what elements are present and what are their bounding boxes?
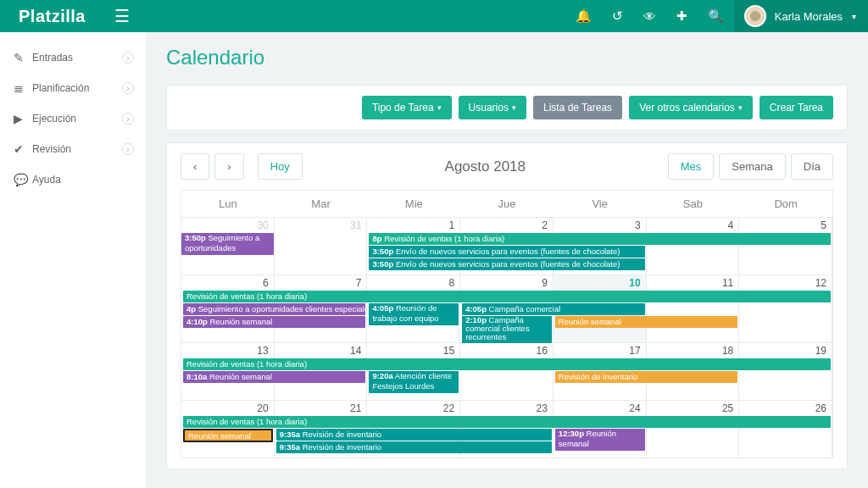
event-span[interactable]: 9:20a Atención cliente Festejos Lourdes bbox=[369, 371, 459, 393]
prev-button[interactable]: ‹ bbox=[181, 153, 209, 180]
day-cell[interactable]: 12 bbox=[739, 275, 832, 342]
day-cell[interactable]: 25 bbox=[647, 401, 740, 458]
user-menu[interactable]: Karla Morales ▾ bbox=[734, 0, 868, 32]
day-cell[interactable]: 11 bbox=[647, 275, 740, 342]
event-span[interactable]: 12:30p Reunión semanal bbox=[555, 429, 645, 451]
topbar: Platzilla ☰ 🔔 ↺ 👁 ✚ 🔍 Karla Morales ▾ bbox=[0, 0, 868, 32]
event-span[interactable]: 9:35a Revisión de inventario bbox=[276, 429, 552, 441]
view-day-button[interactable]: Día bbox=[791, 153, 833, 180]
plus-icon[interactable]: ✚ bbox=[676, 8, 687, 24]
menu-toggle-icon[interactable]: ☰ bbox=[104, 6, 140, 26]
chevron-down-icon: ▾ bbox=[852, 12, 856, 21]
sidebar-item-label: Entradas bbox=[32, 52, 73, 64]
event-span[interactable]: 3:50p Envío de nuevos servicios para eve… bbox=[369, 246, 644, 258]
search-icon[interactable]: 🔍 bbox=[708, 8, 724, 24]
day-cell[interactable]: 19 bbox=[739, 343, 832, 400]
toolbar-panel: Tipo de Tarea▾ Usuarios▾ Lista de Tareas… bbox=[166, 85, 848, 130]
sidebar-item-label: Ayuda bbox=[32, 174, 61, 186]
chat-icon: 💬 bbox=[14, 173, 32, 186]
topbar-actions: 🔔 ↺ 👁 ✚ 🔍 bbox=[576, 8, 734, 24]
brand-logo: Platzilla bbox=[0, 7, 104, 26]
dayheader: Mie bbox=[367, 190, 460, 217]
eye-icon[interactable]: 👁 bbox=[643, 9, 656, 24]
caret-down-icon: ▾ bbox=[437, 103, 442, 112]
event-span[interactable]: 9:35a Revisión de inventario bbox=[276, 441, 552, 453]
event[interactable]: 3:50p Seguimiento a oportunidades bbox=[181, 233, 274, 255]
tipo-tarea-button[interactable]: Tipo de Tarea▾ bbox=[362, 96, 452, 119]
day-cell[interactable]: 31 bbox=[275, 218, 368, 274]
list-icon: ≣ bbox=[14, 81, 32, 95]
calendar-header: ‹ › Hoy Agosto 2018 Mes Semana Día bbox=[181, 153, 833, 180]
bell-icon[interactable]: 🔔 bbox=[576, 8, 592, 24]
day-cell[interactable]: 16 bbox=[460, 343, 554, 400]
caret-down-icon: ▾ bbox=[512, 103, 516, 112]
chevron-right-icon: › bbox=[122, 143, 134, 155]
dayheader: Sab bbox=[647, 190, 740, 217]
event-span[interactable]: 2:10p Campaña comercial clientes recurre… bbox=[462, 316, 552, 343]
dayheader: Dom bbox=[739, 190, 832, 217]
event-span[interactable]: 8:10a Reunión semanal bbox=[183, 371, 365, 383]
week-row: 20 21 22 23 24 25 26 Revisión de ventas … bbox=[181, 400, 832, 458]
calendar-panel: ‹ › Hoy Agosto 2018 Mes Semana Día Lun M… bbox=[166, 142, 848, 469]
history-icon[interactable]: ↺ bbox=[612, 8, 623, 24]
day-cell[interactable]: 30 3:50p Seguimiento a oportunidades bbox=[181, 218, 275, 274]
chevron-right-icon: › bbox=[122, 52, 134, 64]
event-span[interactable]: 4:10p Reunión semanal bbox=[183, 316, 365, 328]
caret-down-icon: ▾ bbox=[738, 103, 743, 112]
sidebar-item-ayuda[interactable]: 💬 Ayuda bbox=[0, 164, 146, 195]
event-span[interactable]: Reunión semanal bbox=[555, 316, 737, 328]
crear-tarea-button[interactable]: Crear Tarea bbox=[760, 96, 833, 119]
day-cell[interactable]: 4 bbox=[647, 218, 740, 274]
event-span[interactable]: Revisión de inventario bbox=[555, 371, 737, 383]
day-headers: Lun Mar Mie Jue Vie Sab Dom bbox=[181, 190, 832, 217]
view-month-button[interactable]: Mes bbox=[668, 153, 715, 180]
otros-calendarios-button[interactable]: Ver otros calendarios▾ bbox=[629, 96, 753, 119]
week-row: 13 14 15 16 17 18 19 Revisión de ventas … bbox=[181, 342, 832, 400]
sidebar-item-label: Revisión bbox=[32, 143, 71, 155]
event-span[interactable]: Revisión de ventas (1 hora diaria) bbox=[183, 291, 831, 302]
dayheader: Jue bbox=[460, 190, 554, 217]
view-week-button[interactable]: Semana bbox=[719, 153, 785, 180]
event-span[interactable]: Reunión semanal bbox=[183, 429, 273, 442]
sidebar-item-label: Planificación bbox=[32, 82, 89, 94]
event-span[interactable]: Revisión de ventas (1 hora diaria) bbox=[183, 358, 831, 370]
day-cell[interactable]: 5 bbox=[739, 218, 832, 274]
event-span[interactable]: 8p Revisión de ventas (1 hora diaria) bbox=[369, 233, 831, 245]
sidebar-item-planificacion[interactable]: ≣ Planificación › bbox=[0, 73, 146, 103]
sidebar: ✎ Entradas › ≣ Planificación › ▶ Ejecuci… bbox=[0, 32, 146, 488]
calendar-grid: Lun Mar Mie Jue Vie Sab Dom 30 3:50p Seg… bbox=[181, 190, 833, 458]
event-span[interactable]: 4:05p Campaña comercial bbox=[462, 303, 644, 315]
event-span[interactable]: 4p Seguimiento a oportunidades clientes … bbox=[183, 303, 365, 315]
chevron-right-icon: › bbox=[122, 113, 134, 125]
today-button[interactable]: Hoy bbox=[258, 153, 303, 180]
day-cell[interactable]: 26 bbox=[739, 401, 832, 458]
dayheader: Lun bbox=[181, 190, 275, 217]
week-row: 6 7 8 9 10 11 12 Revisión de ventas (1 h… bbox=[181, 274, 832, 342]
sidebar-item-ejecucion[interactable]: ▶ Ejecución › bbox=[0, 103, 146, 134]
usuarios-button[interactable]: Usuarios▾ bbox=[459, 96, 526, 119]
next-button[interactable]: › bbox=[214, 153, 243, 180]
calendar-title: Agosto 2018 bbox=[303, 158, 668, 175]
lista-tareas-button[interactable]: Lista de Tareas bbox=[533, 96, 622, 119]
event-span[interactable]: 4:05p Reunión de trabajo con equipo bbox=[369, 303, 459, 325]
page-title: Calendario bbox=[166, 46, 848, 69]
dayheader: Mar bbox=[275, 190, 368, 217]
chevron-right-icon: › bbox=[122, 82, 134, 94]
event-span[interactable]: Revisión de ventas (1 hora diaria) bbox=[183, 416, 831, 428]
sidebar-item-label: Ejecución bbox=[32, 113, 76, 125]
week-row: 30 3:50p Seguimiento a oportunidades 31 … bbox=[181, 217, 832, 274]
avatar bbox=[744, 5, 766, 27]
event-span[interactable]: 3:50p Envío de nuevos servicios para eve… bbox=[369, 258, 644, 270]
play-icon: ▶ bbox=[14, 112, 32, 125]
user-name: Karla Morales bbox=[775, 10, 843, 23]
check-icon: ✔ bbox=[14, 142, 32, 156]
main-content: Calendario Tipo de Tarea▾ Usuarios▾ List… bbox=[146, 32, 868, 488]
sidebar-item-revision[interactable]: ✔ Revisión › bbox=[0, 134, 146, 164]
sidebar-item-entradas[interactable]: ✎ Entradas › bbox=[0, 42, 146, 73]
dayheader: Vie bbox=[554, 190, 647, 217]
edit-icon: ✎ bbox=[14, 51, 32, 64]
